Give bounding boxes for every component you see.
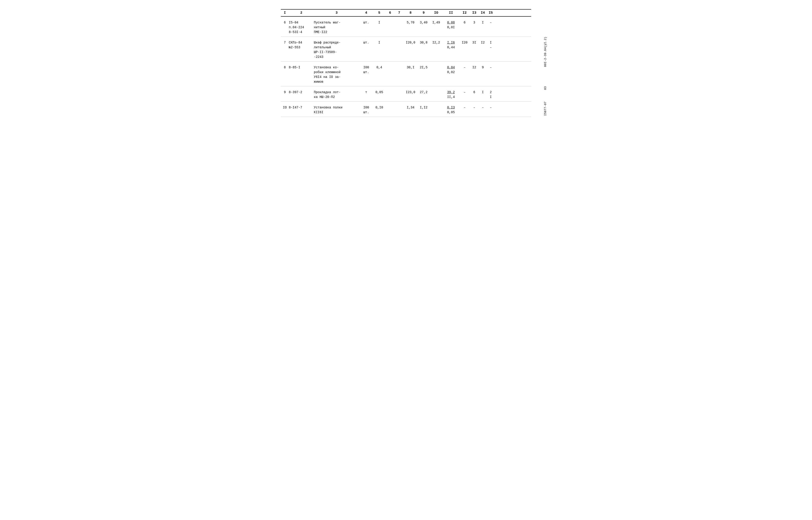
header-col-4: 4 — [359, 11, 373, 15]
header-col-14: I4 — [479, 11, 487, 15]
numerator: 39,2 — [447, 90, 455, 95]
cell-name: Установка ко- робки клеммной У6I4 на IO … — [314, 65, 359, 84]
header-col-11: II — [442, 11, 459, 15]
header-col-13: I3 — [470, 11, 479, 15]
header-col-2: 2 — [289, 11, 314, 15]
data-row-9: 9 8-397-2 Прокладка лот- ка НШ-20-П2 т 0… — [281, 86, 531, 102]
cell-c15: – — [487, 65, 495, 70]
cell-c15: – — [487, 105, 495, 110]
side-label-6: 80I-2-39.84(ÿI.2) — [544, 37, 547, 67]
cell-c15: I – — [487, 40, 495, 50]
header-col-1: I — [281, 11, 289, 15]
cell-code: I5-04 п.04-224 8-53I-4 — [289, 20, 314, 35]
denominator: 0,0I — [447, 25, 455, 30]
cell-id: 8 — [281, 65, 289, 70]
cell-c9: I,I2 — [417, 105, 430, 110]
cell-c11: 0,08 0,0I — [442, 20, 459, 30]
numerator: 0,04 — [447, 65, 455, 70]
cell-code: 8-I47-7 — [289, 105, 314, 110]
cell-c13: 6 — [470, 90, 479, 95]
table-header: I 2 3 4 5 6 7 8 9 IO II I2 I3 I4 I5 — [281, 9, 531, 17]
table-row: 6 I5-04 п.04-224 8-53I-4 Пускатель маг- … — [281, 17, 531, 37]
cell-c9: 30,8 — [417, 40, 430, 45]
cell-c9: 27,2 — [417, 90, 430, 95]
cell-c10: I2,2 — [430, 40, 442, 45]
cell-c11: 39,2 II,4 — [442, 90, 459, 100]
cell-qty: I — [373, 20, 386, 25]
cell-c12: – — [459, 65, 470, 70]
cell-c9: 2I,5 — [417, 65, 430, 70]
denominator: 0,05 — [447, 110, 455, 115]
denominator: 0,02 — [447, 70, 455, 75]
cell-id: 9 — [281, 90, 289, 95]
cell-c15: – — [487, 20, 495, 25]
cell-qty: 0,4 — [373, 65, 386, 70]
cell-c12: – — [459, 90, 470, 95]
cell-c11: 0,I3 0,05 — [442, 105, 459, 115]
cell-id: IO — [281, 105, 289, 110]
header-col-12: I2 — [459, 11, 470, 15]
cell-unit: т — [359, 90, 373, 95]
table-row: IO 8-I47-7 Установка полки КII6I I00 шт.… — [281, 102, 531, 117]
cell-c10: I,49 — [430, 20, 442, 25]
header-col-8: 8 — [404, 11, 417, 15]
cell-code: 8-397-2 — [289, 90, 314, 95]
header-col-5: 5 — [373, 11, 386, 15]
cell-c11: I,I6 0,44 — [442, 40, 459, 50]
cell-qty: 0,I0 — [373, 105, 386, 110]
cell-c11: 0,04 0,02 — [442, 65, 459, 75]
cell-name: Пускатель маг- нитный ПМЕ-I22 — [314, 20, 359, 35]
fraction: 0,08 0,0I — [447, 20, 455, 30]
fraction: 39,2 II,4 — [447, 90, 455, 100]
data-row-10: IO 8-I47-7 Установка полки КII6I I00 шт.… — [281, 102, 531, 117]
cell-c9: 3,40 — [417, 20, 430, 25]
cell-code: 8-85-I — [289, 65, 314, 70]
cell-c12: – — [459, 105, 470, 110]
cell-c13: 3I — [470, 40, 479, 45]
cell-name: Шкаф распреде- лительный ШР-II-73509- -2… — [314, 40, 359, 59]
cell-name: Прокладка лот- ка НШ-20-П2 — [314, 90, 359, 100]
cell-c14: I2 — [479, 40, 487, 45]
cell-unit: I00 шт. — [359, 65, 373, 75]
cell-qty: 0,05 — [373, 90, 386, 95]
cell-code: СКПэ-84 №2-553 — [289, 40, 314, 50]
numerator: 0,08 — [447, 20, 455, 25]
side-label-8: 83 — [544, 86, 547, 90]
page: I 2 3 4 5 6 7 8 9 IO II I2 I3 I4 I5 6 I5… — [281, 9, 531, 117]
header-col-6: 6 — [386, 11, 395, 15]
cell-c13: 3 — [470, 20, 479, 25]
header-col-3: 3 — [314, 11, 359, 15]
header-col-15: I5 — [487, 11, 495, 15]
data-row-7: 7 СКПэ-84 №2-553 Шкаф распреде- лительны… — [281, 37, 531, 61]
cell-id: 6 — [281, 20, 289, 25]
header-col-9: 9 — [417, 11, 430, 15]
cell-c8: I23,0 — [404, 90, 417, 95]
cell-c8: I20,0 — [404, 40, 417, 45]
header-col-10: IO — [430, 11, 442, 15]
numerator: I,I6 — [447, 40, 455, 45]
fraction: 0,I3 0,05 — [447, 105, 455, 115]
side-label-9: I5877-07 — [544, 102, 547, 116]
cell-c14: I — [479, 20, 487, 25]
cell-unit: шт. — [359, 40, 373, 45]
cell-c8: I,34 — [404, 105, 417, 110]
numerator: 0,I3 — [447, 105, 455, 110]
cell-c13: I2 — [470, 65, 479, 70]
cell-qty: I — [373, 40, 386, 45]
cell-unit: I00 шт. — [359, 105, 373, 115]
data-row-8: 8 8-85-I Установка ко- робки клеммной У6… — [281, 61, 531, 86]
cell-c14: 9 — [479, 65, 487, 70]
cell-c13: – — [470, 105, 479, 110]
cell-c14: I — [479, 90, 487, 95]
denominator: 0,44 — [447, 45, 455, 50]
cell-c15: 2 I — [487, 90, 495, 100]
cell-c14: – — [479, 105, 487, 110]
fraction: I,I6 0,44 — [447, 40, 455, 50]
cell-id: 7 — [281, 40, 289, 45]
cell-unit: шт. — [359, 20, 373, 25]
table-row: 8 8-85-I Установка ко- робки клеммной У6… — [281, 61, 531, 86]
cell-c12: 6 — [459, 20, 470, 25]
cell-c12: I20 — [459, 40, 470, 45]
data-row-6: 6 I5-04 п.04-224 8-53I-4 Пускатель маг- … — [281, 17, 531, 37]
cell-c8: 5,70 — [404, 20, 417, 25]
